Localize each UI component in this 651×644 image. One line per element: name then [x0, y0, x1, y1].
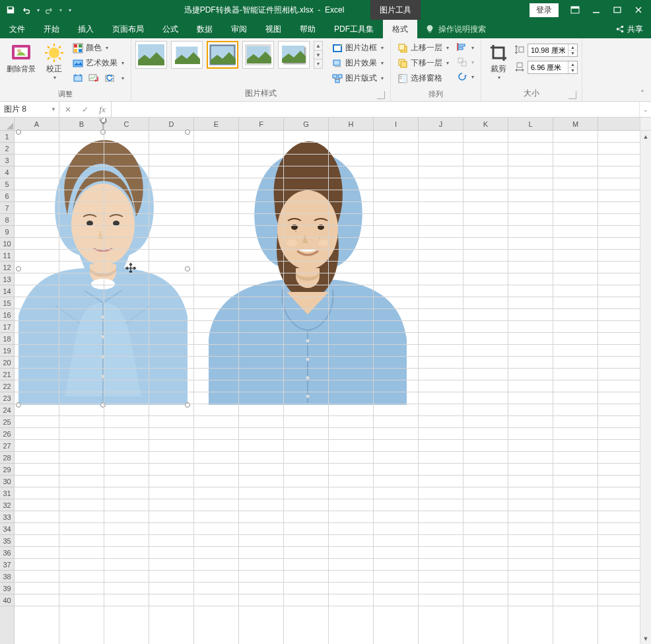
- color-button[interactable]: 颜色 ▾: [70, 41, 127, 55]
- row-header[interactable]: 2: [0, 143, 14, 155]
- group-button[interactable]: ▾: [454, 55, 477, 69]
- row-header[interactable]: 9: [0, 226, 14, 238]
- select-all-corner[interactable]: [0, 118, 14, 131]
- compress-icon[interactable]: [73, 73, 83, 83]
- column-header[interactable]: C: [104, 118, 149, 130]
- picture-effects-button[interactable]: 图片效果 ▾: [329, 56, 386, 70]
- column-header[interactable]: H: [329, 118, 374, 130]
- expand-formula-bar-icon[interactable]: ⌄: [639, 102, 651, 117]
- rotate-button[interactable]: ▾: [454, 70, 477, 83]
- row-header[interactable]: 27: [0, 440, 14, 452]
- column-header[interactable]: L: [508, 118, 553, 130]
- row-header[interactable]: 16: [0, 309, 14, 321]
- send-backward-button[interactable]: 下移一层 ▾: [395, 56, 452, 70]
- change-picture-icon[interactable]: [88, 73, 99, 83]
- row-header[interactable]: 8: [0, 214, 14, 226]
- corrections-button[interactable]: 校正▾: [41, 41, 67, 83]
- gallery-scroll[interactable]: ▲▼▾: [314, 41, 323, 69]
- row-header[interactable]: 5: [0, 178, 14, 190]
- size-launcher[interactable]: [568, 91, 576, 99]
- row-header[interactable]: 39: [0, 583, 14, 594]
- tell-me-search[interactable]: 操作说明搜索: [417, 20, 494, 38]
- row-header[interactable]: 28: [0, 452, 14, 464]
- row-header[interactable]: 23: [0, 392, 14, 404]
- height-input[interactable]: ▲▼: [528, 44, 578, 57]
- enter-formula-icon[interactable]: ✓: [77, 102, 94, 117]
- style-thumb-4[interactable]: [242, 41, 274, 69]
- tab-format[interactable]: 格式: [383, 20, 417, 38]
- picture-styles-gallery[interactable]: ▲▼▾: [135, 41, 323, 69]
- row-header[interactable]: 31: [0, 487, 14, 499]
- close-icon[interactable]: [629, 1, 648, 18]
- column-header[interactable]: D: [149, 118, 194, 130]
- row-header[interactable]: 26: [0, 428, 14, 440]
- cells[interactable]: [15, 131, 640, 644]
- row-header[interactable]: 12: [0, 262, 14, 273]
- row-header[interactable]: 7: [0, 202, 14, 214]
- tab-review[interactable]: 审阅: [222, 20, 256, 38]
- row-header[interactable]: 10: [0, 238, 14, 250]
- tab-file[interactable]: 文件: [0, 20, 34, 38]
- row-header[interactable]: 29: [0, 464, 14, 476]
- row-header[interactable]: 4: [0, 166, 14, 178]
- bring-forward-button[interactable]: 上移一层 ▾: [395, 41, 452, 55]
- row-header[interactable]: 20: [0, 357, 14, 369]
- row-header[interactable]: 18: [0, 333, 14, 345]
- style-thumb-5[interactable]: [278, 41, 310, 69]
- cancel-formula-icon[interactable]: ✕: [59, 102, 77, 117]
- column-header[interactable]: I: [374, 118, 419, 130]
- style-thumb-1[interactable]: [135, 41, 167, 69]
- fx-icon[interactable]: fx: [94, 102, 111, 117]
- row-header[interactable]: 3: [0, 155, 14, 166]
- row-header[interactable]: 17: [0, 321, 14, 333]
- row-header[interactable]: 22: [0, 380, 14, 392]
- minimize-icon[interactable]: [586, 1, 606, 18]
- row-header[interactable]: 38: [0, 571, 14, 583]
- column-header[interactable]: G: [284, 118, 329, 130]
- row-header[interactable]: 19: [0, 345, 14, 357]
- column-header[interactable]: A: [15, 118, 59, 130]
- row-header[interactable]: 34: [0, 523, 14, 535]
- column-header[interactable]: F: [239, 118, 284, 130]
- column-header[interactable]: B: [59, 118, 104, 130]
- tab-view[interactable]: 视图: [256, 20, 291, 38]
- undo-icon[interactable]: [20, 3, 33, 17]
- share-button[interactable]: 共享: [607, 20, 651, 38]
- inserted-picture-1[interactable]: [18, 132, 188, 405]
- row-header[interactable]: 13: [0, 273, 14, 285]
- column-header[interactable]: K: [463, 118, 508, 130]
- save-icon[interactable]: [4, 3, 17, 17]
- row-header[interactable]: 36: [0, 547, 14, 559]
- reset-picture-icon[interactable]: [104, 73, 115, 83]
- tab-pdf[interactable]: PDF工具集: [325, 20, 383, 38]
- tab-page-layout[interactable]: 页面布局: [103, 20, 153, 38]
- row-header[interactable]: 24: [0, 404, 14, 416]
- maximize-icon[interactable]: [607, 1, 627, 18]
- formula-bar[interactable]: [112, 102, 639, 117]
- row-header[interactable]: 40: [0, 594, 14, 606]
- tab-help[interactable]: 帮助: [291, 20, 325, 38]
- selection-pane-button[interactable]: 选择窗格: [395, 71, 452, 85]
- tab-data[interactable]: 数据: [188, 20, 222, 38]
- row-header[interactable]: 11: [0, 250, 14, 262]
- row-header[interactable]: 14: [0, 285, 14, 297]
- row-header[interactable]: 21: [0, 369, 14, 380]
- style-thumb-2[interactable]: [171, 41, 203, 69]
- align-button[interactable]: ▾: [454, 41, 477, 54]
- login-button[interactable]: 登录: [530, 3, 559, 17]
- styles-launcher[interactable]: [377, 91, 385, 99]
- column-header[interactable]: E: [194, 118, 239, 130]
- tab-home[interactable]: 开始: [34, 20, 69, 38]
- row-header[interactable]: 37: [0, 559, 14, 571]
- crop-button[interactable]: 裁剪▾: [485, 41, 512, 83]
- redo-icon[interactable]: [42, 3, 55, 17]
- qat-customize[interactable]: ▾: [69, 7, 71, 13]
- tab-insert[interactable]: 插入: [69, 20, 103, 38]
- artistic-effects-button[interactable]: 艺术效果 ▾: [70, 56, 127, 70]
- row-header[interactable]: 15: [0, 297, 14, 309]
- name-box[interactable]: 图片 8▼: [0, 102, 59, 117]
- row-header[interactable]: 35: [0, 535, 14, 547]
- ribbon-display-icon[interactable]: [565, 1, 585, 18]
- vertical-scrollbar[interactable]: ▲ ▼: [640, 118, 651, 644]
- tab-formulas[interactable]: 公式: [153, 20, 188, 38]
